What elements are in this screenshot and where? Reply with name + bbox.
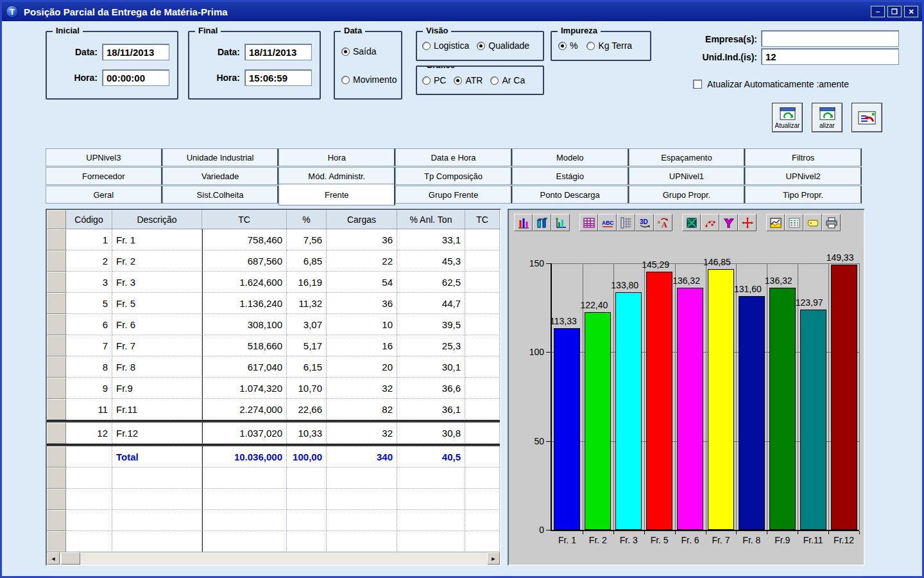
table-row[interactable]: 5Fr. 51.136,24011,323644,7 [47, 293, 500, 314]
tab-unidade-industrial[interactable]: Unidade Industrial [162, 148, 279, 166]
tab-upnivel3[interactable]: UPNivel3 [46, 148, 162, 166]
table-row[interactable]: Total10.036,000100,0034040,5 [47, 446, 500, 468]
row-selector[interactable] [47, 356, 66, 378]
table-row[interactable]: 2Fr. 2687,5606,852245,3 [47, 250, 500, 272]
pattern-fill-button[interactable] [682, 214, 701, 231]
row-selector[interactable] [47, 399, 66, 420]
3d-bars-button[interactable] [533, 214, 551, 231]
bar-fr-6 [677, 288, 703, 530]
scroll-right-button[interactable]: ► [487, 552, 500, 565]
groupbox-impureza: Impureza %Kg Terra [551, 31, 651, 61]
grid-scale-button[interactable] [617, 214, 635, 231]
table-row[interactable]: 1Fr. 1758,4607,563633,1 [47, 229, 500, 250]
maximize-button[interactable]: ❐ [887, 6, 902, 17]
radio-%[interactable]: % [558, 40, 578, 51]
minimize-button[interactable]: – [871, 6, 885, 17]
tab-grupo-frente[interactable]: Grupo Frente [395, 186, 512, 204]
final-data-input[interactable] [244, 44, 312, 60]
table-row[interactable] [47, 489, 500, 510]
unid-ind-input[interactable] [761, 48, 899, 65]
legend-button[interactable] [785, 214, 803, 231]
final-hora-input[interactable] [244, 69, 312, 86]
close-button[interactable]: ✕ [904, 6, 918, 17]
table-row[interactable]: 3Fr. 31.624,60016,195462,5 [47, 272, 500, 293]
row-selector[interactable] [47, 510, 66, 531]
radio-pc[interactable]: PC [422, 75, 446, 85]
font-rotate-button[interactable]: Aa [654, 214, 672, 231]
tab-mod-administr[interactable]: Mód. Administr. [278, 167, 395, 185]
radio-ar-ca[interactable]: Ar Ca [490, 75, 525, 85]
radio-atr[interactable]: ATR [454, 75, 483, 85]
tab-ponto-descarga[interactable]: Ponto Descarga [512, 186, 629, 204]
scroll-thumb[interactable] [61, 552, 80, 565]
inicial-data-input[interactable] [102, 44, 169, 60]
inicial-hora-input[interactable] [102, 69, 169, 86]
auto-update-checkbox[interactable] [693, 80, 702, 89]
tab-espacamento[interactable]: Espaçamento [629, 148, 746, 166]
scroll-left-button[interactable]: ◄ [47, 552, 60, 565]
row-selector[interactable] [47, 314, 66, 335]
tab-variedade[interactable]: Variedade [162, 167, 279, 185]
table-row[interactable] [47, 510, 500, 531]
row-selector[interactable] [47, 423, 66, 444]
radio-saida[interactable]: Saída [341, 46, 377, 57]
row-selector[interactable] [47, 250, 66, 272]
bar-value-label: 133,80 [598, 280, 652, 290]
bar-chart-button[interactable] [514, 214, 533, 231]
tab-tipo-propr[interactable]: Tipo Propr. [745, 186, 862, 204]
crosshair-button[interactable] [738, 214, 757, 231]
tab-hora[interactable]: Hora [278, 148, 395, 166]
grid-horizontal-scrollbar[interactable]: ◄ ► [47, 552, 500, 565]
axis-bars-button[interactable] [551, 214, 570, 231]
row-selector[interactable] [47, 272, 66, 293]
exportar-button[interactable] [851, 103, 882, 132]
row-selector[interactable] [47, 229, 66, 250]
chart-preview-button[interactable] [766, 214, 785, 231]
tab-upnivel1[interactable]: UPNivel1 [629, 167, 746, 185]
table-row[interactable]: 9Fr.91.074,32010,703236,6 [47, 378, 500, 399]
table-row[interactable]: 6Fr. 6308,1003,071039,5 [47, 314, 500, 335]
radio-qualidade[interactable]: Qualidade [477, 40, 529, 51]
radio-movimento[interactable]: Movimento [341, 74, 397, 85]
row-selector[interactable] [47, 446, 66, 468]
atualizar-button[interactable]: Atualizar [772, 103, 803, 132]
tab-modelo[interactable]: Modelo [512, 148, 629, 166]
table-row[interactable] [47, 468, 500, 489]
row-selector[interactable] [47, 531, 66, 552]
3d-rotate-button[interactable]: 3D [635, 214, 654, 231]
radio-logistica[interactable]: Logistica [422, 40, 469, 51]
row-selector[interactable] [47, 468, 66, 489]
data-table-button[interactable] [579, 214, 598, 231]
legend-icon [788, 216, 801, 229]
print-button[interactable] [822, 214, 841, 231]
radio-kg-terra[interactable]: Kg Terra [586, 40, 632, 51]
table-row[interactable] [47, 531, 500, 552]
row-selector[interactable] [47, 489, 66, 510]
text-abc-button[interactable]: ABC [598, 214, 617, 231]
visualizar-button[interactable]: alizar [812, 103, 843, 132]
table-row[interactable]: 12Fr.121.037,02010,333230,8 [47, 423, 500, 444]
series-select-button[interactable] [719, 214, 738, 231]
tab-estagio[interactable]: Estágio [512, 167, 629, 185]
tag-label-button[interactable] [803, 214, 822, 231]
table-row[interactable]: 7Fr. 7518,6605,171625,3 [47, 335, 500, 356]
cell-cargas [327, 531, 397, 552]
point-curve-button[interactable] [701, 214, 719, 231]
table-row[interactable]: 11Fr.112.274,00022,668236,1 [47, 399, 500, 420]
table-row[interactable]: 8Fr. 8617,0406,152030,1 [47, 356, 500, 378]
tab-fornecedor[interactable]: Fornecedor [46, 167, 162, 185]
tab-tp-composicao[interactable]: Tp Composição [395, 167, 512, 185]
tab-geral[interactable]: Geral [46, 186, 162, 204]
row-selector[interactable] [47, 378, 66, 399]
row-selector[interactable] [47, 335, 66, 356]
row-selector[interactable] [47, 293, 66, 314]
empresa-input[interactable] [761, 30, 899, 47]
tab-upnivel2[interactable]: UPNivel2 [745, 167, 862, 185]
tab-data-e-hora[interactable]: Data e Hora [395, 148, 512, 166]
title-bar: T Posição Parcial da Entrega de Matéria-… [2, 2, 922, 21]
tab-frente[interactable]: Frente [278, 184, 395, 206]
tag-label-icon [807, 216, 819, 229]
tab-grupo-propr[interactable]: Grupo Propr. [629, 186, 746, 204]
tab-sist-colheita[interactable]: Sist.Colheita [162, 186, 279, 204]
tab-filtros[interactable]: Filtros [745, 148, 862, 166]
